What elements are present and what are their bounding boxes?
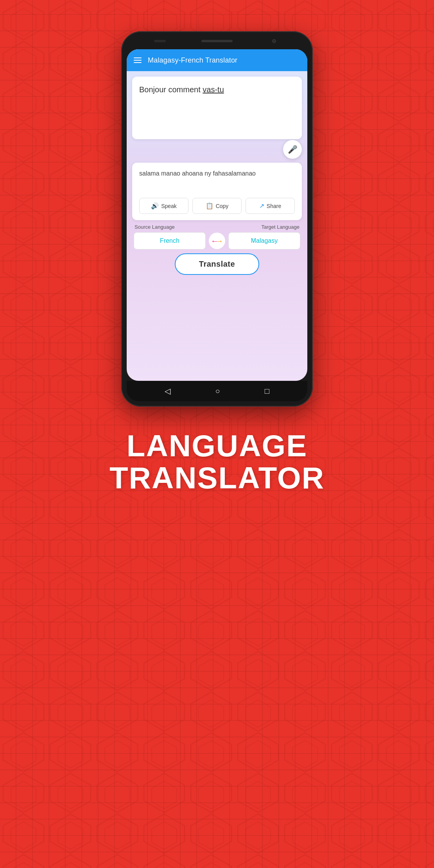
footer-line2: TRANSLATOR	[109, 462, 325, 494]
share-label: Share	[267, 203, 281, 209]
mic-button[interactable]: 🎤	[283, 140, 302, 159]
phone-mockup: Malagasy-French Translator Bonjour comme…	[121, 31, 313, 407]
input-card[interactable]: Bonjour comment vas-tu	[132, 77, 302, 139]
home-button[interactable]: ○	[215, 387, 220, 396]
translate-button-container: Translate	[132, 253, 302, 275]
input-text: Bonjour comment vas-tu	[139, 84, 224, 95]
swap-languages-button[interactable]: ← →	[209, 233, 225, 249]
output-card: salama manao ahoana ny fahasalamanao 🔊 S…	[132, 163, 302, 220]
speak-icon: 🔊	[151, 202, 159, 210]
output-text: salama manao ahoana ny fahasalamanao	[139, 169, 295, 192]
footer-line1: LANGUAGE	[109, 430, 325, 462]
recent-apps-button[interactable]: □	[265, 387, 269, 396]
phone-shell: Malagasy-French Translator Bonjour comme…	[121, 31, 313, 407]
hamburger-menu-button[interactable]	[134, 57, 142, 63]
arrow-right-icon: →	[215, 237, 223, 246]
phone-sensors	[154, 40, 166, 42]
mic-icon: 🎤	[288, 145, 298, 154]
lang-buttons-row: French ← → Malagasy	[134, 232, 300, 249]
share-button[interactable]: ↗ Share	[246, 198, 295, 214]
lang-labels: Source Language Target Language	[134, 224, 300, 230]
copy-icon: 📋	[206, 202, 213, 210]
copy-label: Copy	[216, 203, 229, 209]
speak-label: Speak	[161, 203, 177, 209]
source-lang-label: Source Language	[135, 224, 175, 230]
translate-button[interactable]: Translate	[175, 253, 259, 275]
copy-button[interactable]: 📋 Copy	[192, 198, 242, 214]
back-button[interactable]: ◁	[165, 386, 170, 396]
target-lang-label: Target Language	[261, 224, 299, 230]
target-language-button[interactable]: Malagasy	[228, 232, 300, 249]
screen-content: Bonjour comment vas-tu 🎤 salama manao ah…	[127, 71, 307, 381]
share-icon: ↗	[259, 202, 264, 210]
mic-button-container: 🎤	[132, 140, 302, 159]
action-buttons: 🔊 Speak 📋 Copy ↗ Share	[139, 198, 295, 214]
phone-nav-bar: ◁ ○ □	[127, 381, 307, 401]
app-title: Malagasy-French Translator	[148, 56, 237, 65]
footer-text: LANGUAGE TRANSLATOR	[109, 430, 325, 494]
speak-button[interactable]: 🔊 Speak	[139, 198, 188, 214]
phone-top-bar	[127, 37, 307, 48]
swap-arrows-icon: ← →	[211, 237, 223, 246]
phone-camera	[272, 39, 276, 43]
language-selector-area: Source Language Target Language French ←…	[132, 224, 302, 249]
source-language-button[interactable]: French	[134, 232, 206, 249]
phone-screen: Malagasy-French Translator Bonjour comme…	[127, 49, 307, 381]
phone-speaker	[201, 40, 233, 42]
app-bar: Malagasy-French Translator	[127, 49, 307, 71]
